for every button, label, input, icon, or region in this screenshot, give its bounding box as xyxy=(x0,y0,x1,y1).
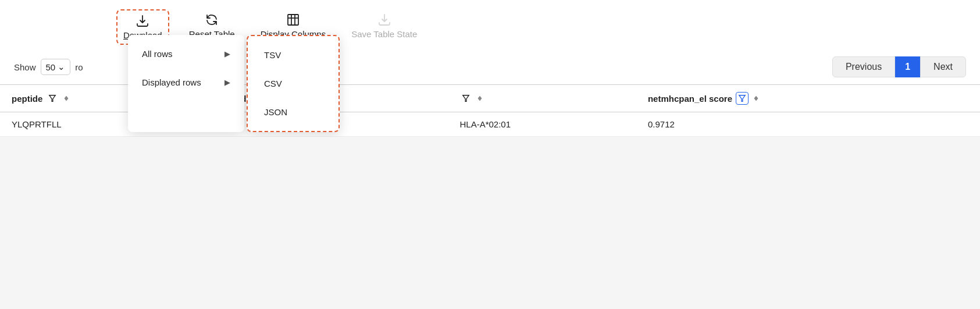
next-button[interactable]: Next xyxy=(920,56,966,77)
json-item[interactable]: JSON xyxy=(248,98,338,126)
tsv-label: TSV xyxy=(264,50,281,60)
cell-allele: HLA-A*02:01 xyxy=(448,112,636,137)
rows-text: ro xyxy=(75,62,83,72)
allele-filter-icon[interactable] xyxy=(459,92,472,105)
reset-icon xyxy=(205,13,219,27)
col-allele xyxy=(448,85,636,112)
displayed-rows-item[interactable]: Displayed rows ▶ xyxy=(128,68,244,97)
displayed-rows-arrow: ▶ xyxy=(224,78,230,87)
all-rows-label: All rows xyxy=(142,49,173,59)
all-rows-item[interactable]: All rows ▶ xyxy=(128,40,244,68)
csv-item[interactable]: CSV xyxy=(248,69,338,98)
show-value: 50 xyxy=(46,62,56,72)
netmhcpan-sort-icon[interactable] xyxy=(752,94,760,102)
svg-rect-0 xyxy=(288,15,298,25)
csv-label: CSV xyxy=(264,79,282,88)
all-rows-arrow: ▶ xyxy=(224,49,230,58)
download-menu: All rows ▶ Displayed rows ▶ xyxy=(128,35,244,132)
save-table-state-label: Save Table State xyxy=(351,29,417,39)
displayed-rows-label: Displayed rows xyxy=(142,77,201,87)
current-page: 1 xyxy=(895,56,920,77)
svg-marker-5 xyxy=(463,95,469,102)
allele-sort-icon[interactable] xyxy=(476,94,484,102)
display-columns-icon xyxy=(286,13,300,27)
download-icon xyxy=(136,14,149,28)
svg-marker-6 xyxy=(739,95,746,102)
chevron-down-icon: ⌄ xyxy=(58,62,65,72)
cell-netmhcpan: 0.9712 xyxy=(636,112,980,137)
previous-button[interactable]: Previous xyxy=(832,56,895,77)
json-label: JSON xyxy=(264,107,287,117)
show-label: Show xyxy=(14,62,36,72)
tsv-item[interactable]: TSV xyxy=(248,41,338,69)
col-netmhcpan: netmhcpan_el score xyxy=(636,85,980,112)
pagination: Previous 1 Next xyxy=(832,56,966,77)
peptide-sort-icon[interactable] xyxy=(62,94,70,102)
col-netmhcpan-label: netmhcpan_el score xyxy=(648,94,732,104)
svg-marker-4 xyxy=(49,95,56,102)
dropdown-menus: All rows ▶ Displayed rows ▶ TSV CSV JSON xyxy=(128,35,340,132)
format-submenu: TSV CSV JSON xyxy=(247,35,340,132)
netmhcpan-filter-icon[interactable] xyxy=(736,92,749,105)
peptide-filter-icon[interactable] xyxy=(46,92,59,105)
top-area: Download Reset Table Display Columns S xyxy=(0,0,980,137)
save-table-state-button[interactable]: Save Table State xyxy=(345,9,423,42)
save-icon xyxy=(377,13,391,27)
col-peptide-label: peptide xyxy=(12,94,42,104)
show-select[interactable]: 50 ⌄ xyxy=(41,59,71,75)
